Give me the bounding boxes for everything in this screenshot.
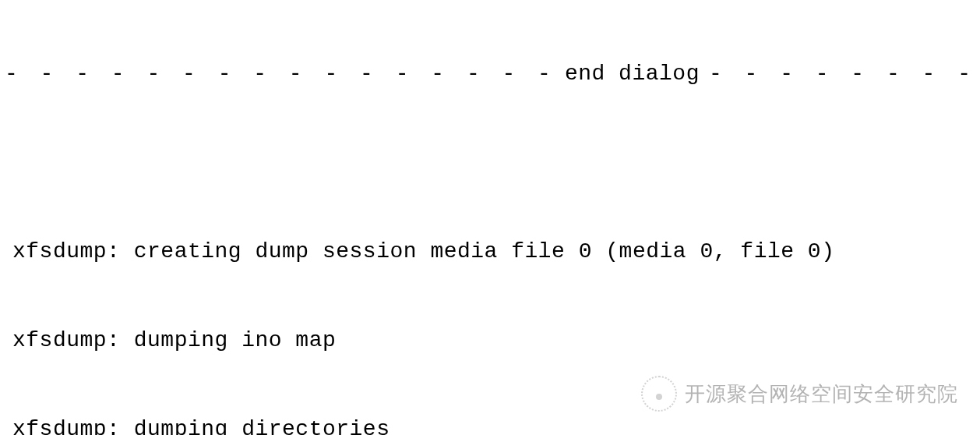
end-dialog-separator: - - - - - - - - - - - - - - - - - - - - …: [12, 59, 968, 89]
output-line: xfsdump: creating dump session media fil…: [12, 237, 968, 267]
separator-dashes-right: - - - - - - - - - - - - - - - - - - - - …: [709, 59, 980, 89]
terminal-output[interactable]: - - - - - - - - - - - - - - - - - - - - …: [12, 0, 968, 435]
separator-label: end dialog: [555, 59, 709, 89]
separator-dashes-left: - - - - - - - - - - - - - - - - - - - - …: [0, 59, 555, 89]
watermark: 开源聚合网络空间安全研究院: [641, 376, 958, 412]
watermark-text: 开源聚合网络空间安全研究院: [685, 379, 958, 408]
output-line: xfsdump: dumping ino map: [12, 326, 968, 355]
output-line: xfsdump: dumping directories: [12, 415, 968, 435]
blank-line: [12, 148, 968, 178]
watermark-logo-icon: [641, 376, 677, 412]
